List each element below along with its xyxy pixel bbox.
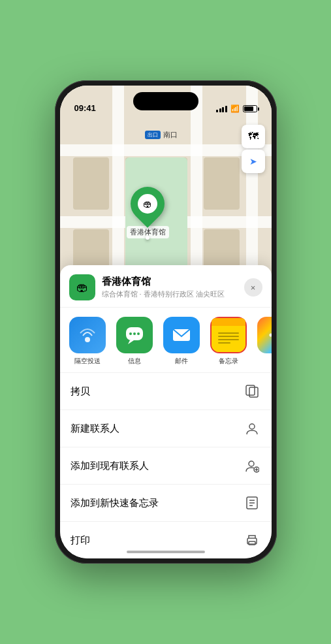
share-item-mail[interactable]: 邮件 [161, 317, 202, 366]
copy-icon [243, 382, 261, 400]
mail-label: 邮件 [175, 357, 188, 366]
airdrop-label: 隔空投送 [74, 357, 101, 366]
mail-icon [172, 327, 191, 343]
home-indicator [127, 551, 205, 553]
more-dots-icon [268, 328, 272, 342]
svg-rect-11 [204, 157, 240, 210]
svg-point-18 [129, 332, 132, 335]
marker-pin: 🏟 [123, 180, 172, 228]
venue-marker: 🏟 香港体育馆 [127, 187, 169, 238]
add-contact-label: 添加到现有联系人 [71, 460, 149, 472]
sheet-header: 🏟 香港体育馆 综合体育馆 · 香港特别行政区 油尖旺区 × [60, 265, 272, 308]
add-notes-label: 添加到新快速备忘录 [71, 497, 159, 509]
svg-point-19 [133, 332, 136, 335]
print-label: 打印 [71, 534, 90, 547]
more-icon-wrapper[interactable] [257, 317, 272, 353]
location-icon: ➤ [249, 156, 257, 167]
phone-frame: 09:41 📶 [55, 80, 277, 564]
messages-icon-wrapper[interactable] [116, 317, 153, 353]
venue-description: 综合体育馆 · 香港特别行政区 油尖旺区 [102, 289, 244, 299]
svg-point-27 [249, 424, 255, 429]
svg-point-20 [137, 332, 140, 335]
svg-marker-17 [128, 340, 134, 344]
action-list: 拷贝 新建联系人 [60, 372, 272, 558]
venue-icon-image: 🏟 [76, 281, 88, 295]
svg-rect-9 [73, 157, 109, 210]
entrance-label-area: 出口 南口 [145, 130, 178, 140]
signal-icon [216, 106, 227, 112]
notes-lines [218, 332, 239, 346]
add-notes-icon [243, 494, 261, 512]
airdrop-icon-wrapper[interactable] [69, 317, 106, 353]
entrance-badge: 出口 [145, 131, 161, 139]
svg-point-22 [269, 334, 272, 337]
mail-icon-wrapper[interactable] [163, 317, 200, 353]
venue-info: 香港体育馆 综合体育馆 · 香港特别行政区 油尖旺区 [102, 276, 244, 299]
battery-icon [243, 105, 257, 112]
action-add-contact[interactable]: 添加到现有联系人 [60, 447, 272, 485]
svg-point-28 [249, 461, 254, 466]
phone-screen: 09:41 📶 [60, 86, 272, 558]
location-button[interactable]: ➤ [242, 150, 265, 173]
share-item-more[interactable]: 提 [255, 317, 272, 366]
share-icons-row: 隔空投送 信息 [60, 308, 272, 372]
share-item-notes[interactable]: 备忘录 [208, 317, 249, 366]
messages-label: 信息 [128, 357, 141, 366]
close-button[interactable]: × [244, 278, 262, 297]
map-controls[interactable]: 🗺 ➤ [242, 125, 265, 173]
status-time: 09:41 [74, 103, 96, 114]
action-add-notes[interactable]: 添加到新快速备忘录 [60, 485, 272, 522]
map-type-button[interactable]: 🗺 [242, 125, 265, 148]
notes-icon [212, 318, 245, 352]
notes-top-bar [212, 318, 245, 326]
svg-point-15 [85, 337, 90, 342]
svg-rect-37 [249, 541, 255, 545]
marker-icon: 🏟 [138, 194, 157, 214]
new-contact-icon [243, 419, 261, 438]
bottom-sheet: 🏟 香港体育馆 综合体育馆 · 香港特别行政区 油尖旺区 × [60, 265, 272, 558]
notes-line-1 [218, 332, 239, 334]
share-item-airdrop[interactable]: 隔空投送 [67, 317, 108, 366]
status-icons: 📶 [216, 105, 257, 114]
share-item-messages[interactable]: 信息 [114, 317, 155, 366]
notes-line-4 [218, 342, 230, 344]
notes-line-3 [218, 339, 239, 340]
messages-icon [125, 326, 144, 344]
notes-line-2 [218, 336, 239, 337]
venue-icon: 🏟 [69, 274, 95, 300]
action-copy[interactable]: 拷贝 [60, 373, 272, 410]
print-icon [243, 531, 261, 549]
venue-name: 香港体育馆 [102, 276, 244, 288]
copy-label: 拷贝 [71, 385, 90, 398]
add-contact-icon [243, 457, 261, 475]
notes-label: 备忘录 [219, 357, 238, 366]
pin-dot [146, 236, 150, 240]
dynamic-island [133, 92, 198, 110]
notes-icon-wrapper[interactable] [210, 317, 247, 353]
entrance-text: 南口 [163, 130, 178, 140]
map-type-icon: 🗺 [248, 131, 259, 142]
new-contact-label: 新建联系人 [71, 423, 119, 435]
action-new-contact[interactable]: 新建联系人 [60, 410, 272, 447]
wifi-icon: 📶 [230, 105, 240, 113]
airdrop-icon [78, 325, 97, 345]
svg-rect-1 [60, 144, 272, 156]
